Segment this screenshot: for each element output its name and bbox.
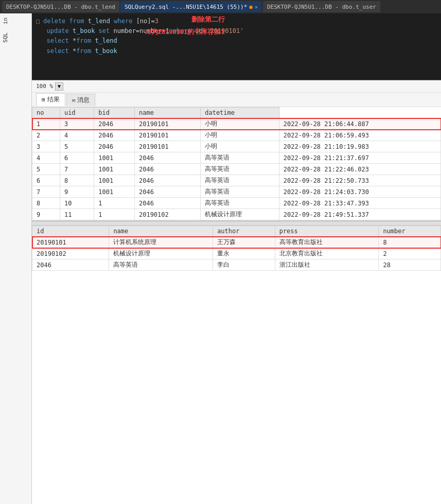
table-row: 35204620190101小明2022-09-28 21:10:19.983 (32, 141, 441, 152)
kw-where-1: where (114, 16, 136, 26)
kw-table-book-2: t_book (95, 46, 117, 56)
table-row: 2046高等英语李白浙江出版社28 (32, 259, 441, 271)
tab-lend-label: DESKTOP-QJN5U1...DB - dbo.t_lend (6, 4, 115, 10)
zoom-dropdown-btn[interactable]: ▼ (55, 82, 63, 91)
content-area: □ delete from t_lend where [no]= 3 updat… (32, 13, 441, 504)
lend-table-header: no uid bid name datetime (32, 108, 441, 118)
book-table: id name author press number 20190101计算机系… (32, 225, 441, 271)
query-line-1: □ delete from t_lend where [no]= 3 (36, 16, 437, 26)
table-row: 13204620190101小明2022-09-28 21:06:44.887 (32, 118, 441, 130)
book-table-header: id name author press number (32, 226, 441, 237)
col-id: id (32, 226, 109, 237)
kw-id-val: '20190101' (206, 26, 243, 36)
table-row: 24204620190101小明2022-09-28 21:06:59.493 (32, 130, 441, 141)
main-layout: in SQL □ delete from t_lend where [no]= … (0, 13, 441, 504)
line-indicator-3 (36, 36, 43, 46)
col-press: press (275, 226, 379, 237)
zoom-bar: 100 % ▼ (32, 80, 441, 93)
kw-star-2: * (73, 46, 76, 56)
kw-delete: delete (43, 16, 69, 26)
kw-set: set (99, 26, 114, 36)
col-name: name (134, 108, 200, 118)
table-row: 20190102机械设计原理董永北京教育出版社2 (32, 248, 441, 259)
kw-from-1: from (69, 16, 88, 26)
query-line-2: update t_book set number=number+1 where … (36, 26, 437, 36)
kw-no: [no]= (136, 16, 155, 26)
tab-bar: DESKTOP-QJN5U1...DB - dbo.t_lend SQLQuer… (0, 0, 441, 13)
col-uid: uid (60, 108, 94, 118)
kw-table-lend: t_lend (88, 16, 114, 26)
table-book-results: id name author press number 20190101计算机系… (32, 225, 441, 504)
table-row: 20190101计算机系统原理王万森高等教育出版社8 (32, 237, 441, 248)
kw-id-eq: id= (195, 26, 206, 36)
query-line-4: select * from t_book (36, 46, 437, 56)
col-no: no (32, 108, 60, 118)
kw-from-3: from (76, 46, 95, 56)
sidebar-label-in: in (0, 13, 31, 28)
tab-user[interactable]: DESKTOP-QJN5U1...DB - dbo.t_user (263, 1, 380, 12)
tab-lend[interactable]: DESKTOP-QJN5U1...DB - dbo.t_lend (2, 1, 119, 12)
tab-query-label: SQLQuery2.sql -...N5U1E\14615 (55))* (125, 4, 247, 10)
messages-tab-label: 消息 (77, 96, 90, 105)
kw-select-1: select (46, 36, 73, 46)
kw-table-lend-2: t_lend (95, 36, 117, 46)
results-tab-label: 结果 (47, 95, 60, 104)
tab-query-close[interactable]: ✕ (255, 4, 258, 10)
kw-table-book-1: t_book (73, 26, 99, 36)
kw-number-expr: number=number+1 (114, 26, 173, 36)
table-row: 5710012046高等英语2022-09-28 21:22:46.023 (32, 164, 441, 175)
tab-user-label: DESKTOP-QJN5U1...DB - dbo.t_user (267, 4, 376, 10)
table-lend-results: no uid bid name datetime 13204620190101小… (32, 107, 441, 221)
kw-where-2: where (173, 26, 195, 36)
tab-messages[interactable]: ✉ 消息 (66, 94, 96, 106)
col-bid: bid (94, 108, 135, 118)
col-author: author (213, 226, 275, 237)
tab-results[interactable]: ⊞ 结果 (36, 93, 65, 106)
query-line-3: select * from t_lend (36, 36, 437, 46)
kw-val-3: 3 (155, 16, 158, 26)
col-datetime: datetime (201, 108, 279, 118)
results-icon: ⊞ (42, 96, 45, 103)
kw-update: update (46, 26, 73, 36)
kw-select-2: select (46, 46, 73, 56)
line-indicator-1: □ (36, 16, 40, 26)
results-tabs: ⊞ 结果 ✉ 消息 (32, 93, 441, 107)
table-row: 7910012046高等英语2022-09-28 21:24:03.730 (32, 186, 441, 198)
tab-query[interactable]: SQLQuery2.sql -...N5U1E\14615 (55))* ● ✕ (120, 1, 262, 12)
kw-from-2: from (76, 36, 95, 46)
line-indicator-2 (36, 26, 43, 36)
section-divider (32, 221, 441, 225)
zoom-label: 100 % (36, 83, 53, 90)
query-editor[interactable]: □ delete from t_lend where [no]= 3 updat… (32, 13, 441, 80)
table-row: 911120190102机械设计原理2022-09-28 21:49:51.33… (32, 209, 441, 220)
col-book-name: name (109, 226, 213, 237)
messages-icon: ✉ (72, 97, 76, 103)
table-row: 6810012046高等英语2022-09-28 21:22:50.733 (32, 175, 441, 186)
sidebar-label-sql: SQL (0, 28, 31, 47)
tab-query-dot: ● (249, 4, 253, 10)
line-indicator-4 (36, 46, 43, 56)
sidebar-label-e (0, 496, 31, 504)
lend-table: no uid bid name datetime 13204620190101小… (32, 107, 441, 220)
table-row: 4610012046高等英语2022-09-28 21:21:37.697 (32, 152, 441, 164)
kw-star-1: * (73, 36, 76, 46)
col-number: number (379, 226, 441, 237)
table-row: 81012046高等英语2022-09-28 21:33:47.393 (32, 198, 441, 209)
sidebar: in SQL (0, 13, 32, 504)
